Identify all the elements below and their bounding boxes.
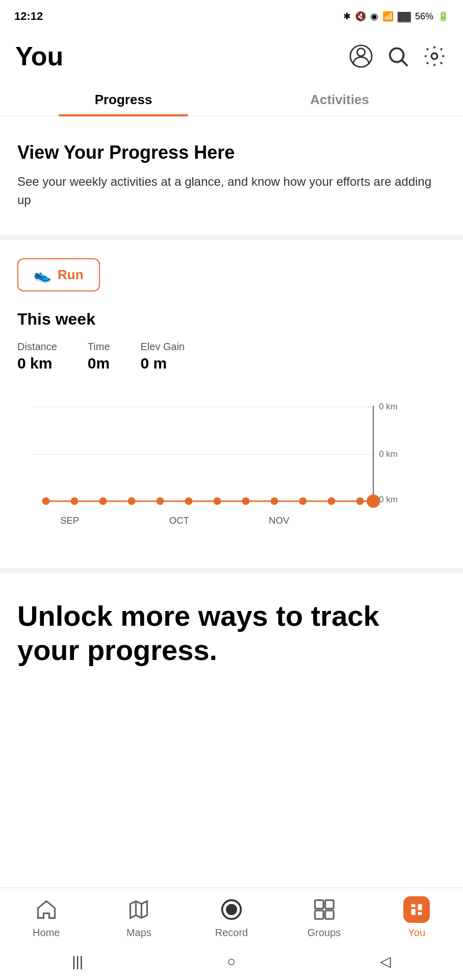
svg-point-19 (328, 497, 336, 505)
svg-point-16 (242, 497, 250, 505)
nav-label-maps: Maps (126, 927, 151, 939)
signal-icon: ▓▓ (398, 11, 411, 22)
bottom-nav: Home Maps Record (0, 888, 463, 980)
x-label-oct: OCT (169, 515, 189, 526)
back-button[interactable]: ◁ (380, 953, 391, 970)
battery-level: 56% (415, 11, 433, 22)
x-label-sep: SEP (60, 515, 79, 526)
svg-point-10 (71, 497, 79, 505)
nav-item-record[interactable]: Record (201, 896, 262, 939)
nav-label-you: You (408, 927, 425, 939)
progress-banner: View Your Progress Here See your weekly … (0, 116, 463, 240)
status-time: 12:12 (14, 10, 43, 23)
svg-rect-33 (418, 904, 422, 911)
progress-banner-heading: View Your Progress Here (17, 142, 446, 163)
status-icons: ✱ 🔇 ◉ 📶 ▓▓ 56% 🔋 (343, 11, 449, 22)
x-label-nov: NOV (269, 515, 290, 526)
settings-button[interactable] (421, 43, 448, 69)
svg-rect-32 (411, 909, 416, 915)
svg-point-12 (128, 497, 136, 505)
svg-point-15 (214, 497, 221, 505)
y-label-mid: 0 km (379, 449, 397, 459)
nav-label-record: Record (215, 927, 248, 939)
unlock-heading: Unlock more ways to track your progress. (17, 599, 446, 667)
tab-activities[interactable]: Activities (232, 82, 448, 116)
maps-icon (125, 896, 152, 923)
bluetooth-icon: ✱ (343, 11, 351, 22)
nav-items-row: Home Maps Record (0, 888, 463, 945)
home-button[interactable]: ○ (227, 953, 236, 970)
svg-rect-28 (325, 900, 333, 909)
svg-point-11 (99, 497, 107, 505)
svg-point-20 (356, 497, 364, 505)
profile-button[interactable] (348, 43, 374, 69)
svg-point-4 (431, 53, 438, 59)
battery-icon: 🔋 (438, 11, 449, 22)
tab-progress[interactable]: Progress (15, 82, 232, 116)
location-icon: ◉ (370, 11, 378, 22)
progress-chart[interactable]: 0 km 0 km 0 km SEP OCT NOV (17, 393, 446, 535)
svg-point-0 (357, 48, 365, 56)
svg-point-14 (185, 497, 193, 505)
svg-rect-30 (325, 911, 333, 919)
stat-time: Time 0m (88, 341, 110, 372)
chart-container: 0 km 0 km 0 km SEP OCT NOV (17, 387, 446, 568)
wifi-icon: 📶 (382, 11, 394, 22)
y-label-top: 0 km (379, 402, 397, 411)
you-icon (403, 896, 430, 923)
svg-rect-31 (411, 904, 416, 908)
nav-label-groups: Groups (307, 927, 341, 939)
shoe-icon: 👟 (34, 266, 52, 283)
groups-icon (311, 896, 338, 923)
nav-label-home: Home (33, 927, 60, 939)
header: You (0, 31, 463, 82)
search-button[interactable] (384, 43, 411, 69)
this-week-label: This week (17, 310, 446, 329)
svg-rect-34 (418, 912, 422, 915)
svg-rect-29 (315, 911, 323, 919)
tabs-container: Progress Activities (0, 82, 463, 116)
header-actions (348, 43, 448, 69)
sound-icon: 🔇 (355, 11, 366, 22)
record-icon (218, 896, 245, 923)
progress-banner-description: See your weekly activities at a glance, … (17, 173, 446, 209)
svg-marker-22 (131, 901, 147, 918)
svg-point-9 (42, 497, 50, 505)
svg-point-18 (299, 497, 307, 505)
run-section: 👟 Run This week Distance 0 km Time 0m El… (0, 240, 463, 568)
recents-button[interactable]: ||| (72, 953, 83, 970)
svg-point-21 (367, 495, 380, 508)
stat-distance: Distance 0 km (17, 341, 57, 372)
svg-point-17 (271, 497, 278, 505)
section-divider (0, 568, 463, 573)
system-nav: ||| ○ ◁ (0, 945, 463, 980)
nav-item-maps[interactable]: Maps (108, 896, 169, 939)
svg-line-3 (402, 61, 408, 66)
y-label-bot: 0 km (379, 495, 397, 504)
stat-elev-gain: Elev Gain 0 m (141, 341, 185, 372)
stats-row: Distance 0 km Time 0m Elev Gain 0 m (17, 341, 446, 372)
svg-rect-27 (315, 900, 323, 909)
svg-point-2 (390, 48, 404, 62)
status-bar: 12:12 ✱ 🔇 ◉ 📶 ▓▓ 56% 🔋 (0, 0, 463, 31)
svg-point-13 (157, 497, 164, 505)
unlock-section: Unlock more ways to track your progress. (0, 573, 463, 769)
nav-item-home[interactable]: Home (16, 896, 77, 939)
nav-item-you[interactable]: You (386, 896, 447, 939)
run-button[interactable]: 👟 Run (17, 258, 100, 291)
home-icon (33, 896, 60, 923)
svg-point-26 (226, 904, 237, 915)
page-title: You (15, 41, 63, 71)
nav-item-groups[interactable]: Groups (294, 896, 355, 939)
